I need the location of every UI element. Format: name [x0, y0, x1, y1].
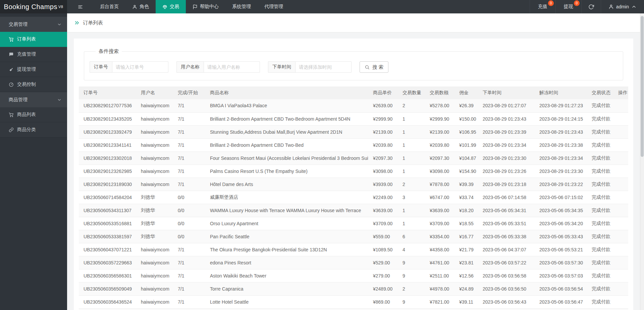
order-time-input[interactable]: [295, 61, 352, 73]
cell-amount: ¥7821.00: [425, 295, 454, 308]
cell-order-time: 2023-05-06 07:14:58: [478, 191, 535, 204]
recharge-button[interactable]: 充值 0: [530, 0, 555, 13]
search-button[interactable]: 搜 索: [360, 61, 388, 73]
col-product: 商品名称: [205, 86, 368, 99]
cell-username: haiwaiymcom: [136, 269, 173, 282]
sidebar-item-order-list[interactable]: 订单列表: [0, 32, 67, 47]
cell-status: 完成付款: [587, 243, 613, 256]
brand-version: V8: [58, 5, 63, 9]
cell-unfreeze-time: 2023-08-29 01:24:15: [535, 112, 587, 125]
table-row: UB2308290123302018 haiwaiymcom 7/1 Four …: [79, 151, 628, 165]
user-menu[interactable]: admin: [601, 0, 644, 13]
table-row: UB2305060714584204 刘德华 0/0 威廉斯堡酒店 ¥2249.…: [79, 191, 628, 204]
nav-item-label: 角色: [140, 4, 149, 10]
cell-status: 完成付款: [587, 125, 613, 138]
user-icon: [608, 4, 614, 9]
cell-product: Lotte Hotel Seattle: [205, 295, 368, 308]
cell-commission: ¥150.00: [454, 112, 478, 125]
sidebar-group-trade-management[interactable]: 交易管理: [0, 17, 67, 32]
refresh-button[interactable]: [581, 0, 601, 13]
sidebar-item-withdraw-management[interactable]: 提现管理: [0, 62, 67, 77]
cell-unfreeze-time: 2023-05-06 03:56:54: [535, 282, 587, 295]
cell-order-time: 2023-05-06 03:56:32: [478, 308, 535, 310]
main-content: 订单列表 条件搜索 订单号 用户名称 下单时间 搜 索: [67, 13, 640, 310]
order-time-field-label: 下单时间: [268, 61, 295, 73]
col-unfreeze-time: 解冻时间: [535, 86, 587, 99]
nav-item-label: 代理管理: [264, 4, 283, 10]
cell-order-time: 2023-05-06 04:37:07: [478, 243, 535, 256]
cell-price: ¥2139.00: [368, 125, 398, 138]
cell-price: ¥2999.90: [368, 112, 398, 125]
cell-ratio: 0/0: [173, 191, 205, 204]
cell-price: ¥529.00: [368, 256, 398, 269]
sidebar-menu: 交易管理 订单列表 充值管理 提现管理 交易控制 商品管理 商品列表: [0, 13, 67, 137]
nav-item-agent[interactable]: 代理管理: [258, 0, 290, 13]
cell-commission: ¥101.99: [454, 138, 478, 151]
cell-order-no: UB2305060437071221: [79, 243, 136, 256]
sidebar-item-product-category[interactable]: 商品分类: [0, 122, 67, 137]
sidebar-item-label: 提现管理: [17, 66, 36, 72]
sidebar-item-product-list[interactable]: 商品列表: [0, 107, 67, 122]
hamburger-icon: [78, 4, 83, 9]
cell-qty: 2: [398, 282, 425, 295]
cell-order-time: 2023-05-06 05:33:51: [478, 217, 535, 230]
cell-qty: 9: [398, 269, 425, 282]
breadcrumb: 订单列表: [67, 13, 640, 33]
cell-unfreeze-time: 2023-05-06 03:57:30: [535, 256, 587, 269]
col-status: 交易状态: [587, 86, 613, 99]
col-qty: 交易数量: [398, 86, 425, 99]
cell-commission: ¥154.90: [454, 165, 478, 178]
nav-item-help-center[interactable]: 帮助中心: [186, 0, 225, 13]
withdraw-button[interactable]: 提现 0: [555, 0, 581, 13]
cell-qty: 1: [398, 138, 425, 151]
cell-action: [613, 230, 628, 243]
table-row: UB2305060357229663 haiwaiymcom 7/1 edona…: [79, 256, 628, 269]
nav-item-roles[interactable]: 角色: [125, 0, 156, 13]
cell-unfreeze-time: 2023-08-29 01:23:30: [535, 165, 587, 178]
orders-table: 订单号 用户名 完成/开始 商品名称 商品单价 交易数量 交易数额 佣金 下单时…: [79, 86, 628, 310]
sidebar-item-trade-control[interactable]: 交易控制: [0, 77, 67, 92]
col-commission: 佣金: [454, 86, 478, 99]
sidebar-item-label: 商品列表: [17, 112, 36, 118]
cell-unfreeze-time: 2023-08-29 01:23:22: [535, 178, 587, 191]
cell-username: haiwaiymcom: [136, 295, 173, 308]
sidebar-group-product-management[interactable]: 商品管理: [0, 92, 67, 107]
cell-action: [613, 138, 628, 151]
sidebar-toggle-button[interactable]: [67, 0, 93, 13]
order-no-input[interactable]: [112, 61, 168, 73]
cell-commission: ¥18.55: [454, 217, 478, 230]
cell-amount: ¥3709.00: [425, 217, 454, 230]
cell-amount: ¥2999.90: [425, 112, 454, 125]
cell-action: [613, 256, 628, 269]
cell-qty: 9: [398, 295, 425, 308]
col-order-no: 订单号: [79, 86, 136, 99]
col-ratio: 完成/开始: [173, 86, 205, 99]
cell-order-no: UB2305060356326989: [79, 308, 136, 310]
double-chevron-right-icon: [74, 20, 80, 25]
cell-order-no: UB2308290123189030: [79, 178, 136, 191]
cell-qty: 1: [398, 204, 425, 217]
cell-order-no: UB2308290123341141: [79, 138, 136, 151]
order-no-field-label: 订单号: [90, 61, 112, 73]
scrollbar-thumb[interactable]: [641, 16, 644, 157]
link-icon: [9, 127, 14, 132]
cell-ratio: 0/0: [173, 204, 205, 217]
nav-item-trade[interactable]: 交易: [156, 0, 186, 13]
cell-username: haiwaiymcom: [136, 112, 173, 125]
col-order-time: 下单时间: [478, 86, 535, 99]
cell-order-time: 2023-08-29 01:23:39: [478, 125, 535, 138]
sidebar-item-recharge-management[interactable]: 充值管理: [0, 47, 67, 62]
recharge-badge: 0: [548, 0, 554, 6]
withdraw-badge: 0: [574, 0, 580, 6]
cell-unfreeze-time: 2023-08-29 01:27:23: [535, 99, 587, 112]
cell-ratio: 7/1: [173, 256, 205, 269]
nav-item-system[interactable]: 系统管理: [225, 0, 258, 13]
cell-action: [613, 178, 628, 191]
nav-item-home[interactable]: 后台首页: [93, 0, 125, 13]
cell-order-time: 2023-08-29 01:23:43: [478, 112, 535, 125]
cell-order-time: 2023-05-06 05:33:38: [478, 230, 535, 243]
cell-ratio: 7/1: [173, 112, 205, 125]
username-input[interactable]: [204, 61, 260, 73]
table-row: UB2308290123392479 haiwaiymcom 7/1 Stunn…: [79, 125, 628, 138]
nav-item-label: 后台首页: [100, 4, 119, 10]
